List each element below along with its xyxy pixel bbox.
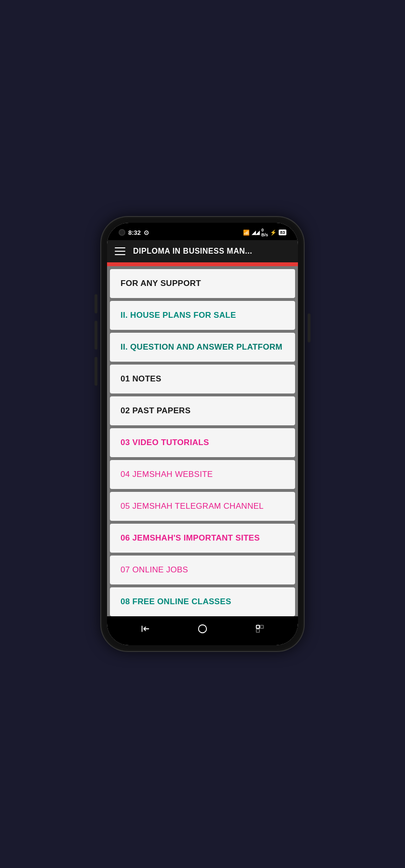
menu-item-support[interactable]: FOR ANY SUPPORT bbox=[110, 269, 295, 298]
menu-item-video-tutorials[interactable]: 03 VIDEO TUTORIALS bbox=[110, 428, 295, 457]
menu-item-notes[interactable]: 01 NOTES bbox=[110, 365, 295, 393]
menu-item-notes-label: 01 NOTES bbox=[121, 374, 162, 384]
menu-item-jemshah-website[interactable]: 04 JEMSHAH WEBSITE bbox=[110, 460, 295, 489]
menu-item-important-sites-label: 06 JEMSHAH'S IMPORTANT SITES bbox=[121, 533, 260, 543]
status-time: 8:32 bbox=[128, 229, 141, 236]
menu-item-qa-platform-label: II. QUESTION AND ANSWER PLATFORM bbox=[121, 342, 283, 352]
phone-frame: 8:32 ⊙ 📶 ◢◢ 0B/s ⚡ 83 DIPLOMA I bbox=[101, 217, 304, 651]
status-right: 📶 ◢◢ 0B/s ⚡ 83 bbox=[243, 228, 286, 237]
camera-button bbox=[94, 357, 97, 386]
phone-screen: 8:32 ⊙ 📶 ◢◢ 0B/s ⚡ 83 DIPLOMA I bbox=[107, 223, 298, 645]
home-button[interactable] bbox=[196, 622, 209, 636]
menu-item-house-plans[interactable]: II. HOUSE PLANS FOR SALE bbox=[110, 301, 295, 330]
power-button bbox=[308, 313, 310, 342]
menu-item-free-classes[interactable]: 08 FREE ONLINE CLASSES bbox=[110, 587, 295, 616]
svg-rect-3 bbox=[256, 629, 259, 632]
menu-item-telegram-label: 05 JEMSHAH TELEGRAM CHANNEL bbox=[121, 502, 264, 511]
bottom-nav bbox=[107, 616, 298, 645]
svg-point-0 bbox=[199, 625, 207, 633]
menu-list: FOR ANY SUPPORT II. HOUSE PLANS FOR SALE… bbox=[107, 266, 298, 616]
recent-icon bbox=[255, 624, 265, 634]
wifi-icon: 📶 bbox=[243, 230, 250, 236]
recent-apps-button[interactable] bbox=[253, 622, 267, 636]
menu-item-jemshah-website-label: 04 JEMSHAH WEBSITE bbox=[121, 470, 213, 479]
menu-item-support-label: FOR ANY SUPPORT bbox=[121, 279, 201, 288]
charging-icon: ⚡ bbox=[270, 230, 277, 236]
menu-item-past-papers-label: 02 PAST PAPERS bbox=[121, 406, 190, 416]
status-indicator: ⊙ bbox=[144, 229, 149, 236]
menu-item-online-jobs[interactable]: 07 ONLINE JOBS bbox=[110, 556, 295, 584]
app-bar-title: DIPLOMA IN BUSINESS MAN... bbox=[133, 247, 252, 256]
hamburger-menu-icon[interactable] bbox=[115, 247, 125, 255]
svg-rect-2 bbox=[260, 625, 263, 628]
menu-item-qa-platform[interactable]: II. QUESTION AND ANSWER PLATFORM bbox=[110, 333, 295, 362]
accent-bar bbox=[107, 262, 298, 266]
menu-item-video-tutorials-label: 03 VIDEO TUTORIALS bbox=[121, 438, 209, 448]
signal-icon: ◢◢ bbox=[252, 230, 259, 236]
camera-dot bbox=[119, 229, 125, 236]
menu-item-important-sites[interactable]: 06 JEMSHAH'S IMPORTANT SITES bbox=[110, 524, 295, 553]
screen-content: 8:32 ⊙ 📶 ◢◢ 0B/s ⚡ 83 DIPLOMA I bbox=[107, 223, 298, 645]
menu-item-online-jobs-label: 07 ONLINE JOBS bbox=[121, 565, 188, 575]
status-bar: 8:32 ⊙ 📶 ◢◢ 0B/s ⚡ 83 bbox=[107, 223, 298, 240]
battery-level: 83 bbox=[279, 230, 286, 235]
svg-rect-1 bbox=[256, 625, 259, 628]
menu-item-free-classes-label: 08 FREE ONLINE CLASSES bbox=[121, 597, 231, 607]
app-bar: DIPLOMA IN BUSINESS MAN... bbox=[107, 240, 298, 262]
menu-item-telegram[interactable]: 05 JEMSHAH TELEGRAM CHANNEL bbox=[110, 492, 295, 521]
back-button[interactable] bbox=[138, 622, 152, 636]
back-icon bbox=[140, 624, 150, 634]
status-left: 8:32 ⊙ bbox=[119, 229, 149, 236]
volume-up-button bbox=[94, 294, 97, 313]
menu-item-house-plans-label: II. HOUSE PLANS FOR SALE bbox=[121, 311, 236, 320]
home-icon bbox=[197, 624, 208, 634]
volume-down-button bbox=[94, 321, 97, 350]
data-icon: 0B/s bbox=[261, 228, 268, 237]
menu-item-past-papers[interactable]: 02 PAST PAPERS bbox=[110, 396, 295, 425]
